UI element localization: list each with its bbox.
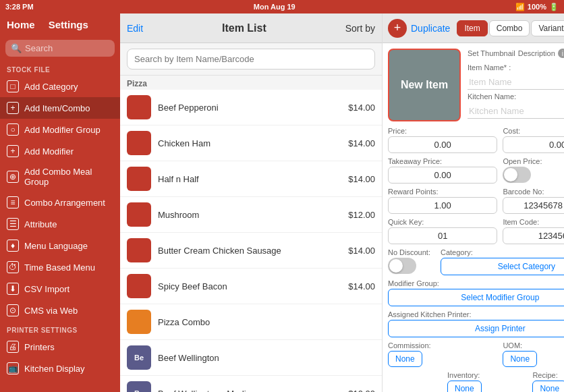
new-item-thumbnail[interactable]: New Item [388, 49, 461, 121]
edit-button[interactable]: Edit [127, 23, 143, 34]
sidebar-label-cms: CMS via Web [24, 306, 78, 316]
sidebar-item-combo-meal[interactable]: ⊕ Add Combo Meal Group [0, 162, 120, 192]
sidebar-item-kitchen-display[interactable]: 📺 Kitchen Display [0, 358, 120, 379]
recipe-button[interactable]: None [532, 381, 564, 392]
item-thumb [127, 274, 151, 298]
item-code-label: Item Code: [503, 218, 564, 226]
sidebar-item-menu-language[interactable]: ♦ Menu Language [0, 235, 120, 256]
item-list-title: Item List [143, 22, 345, 34]
commission-button[interactable]: None [388, 351, 422, 367]
barcode-row: ▤🔍 [503, 197, 564, 214]
inventory-button[interactable]: None [447, 381, 482, 392]
takeaway-label: Takeaway Price: [388, 157, 497, 165]
select-category-button[interactable]: Select Category [441, 258, 564, 275]
list-item[interactable]: Butter Cream Chicken Sausage $14.00 [120, 233, 382, 269]
takeaway-open-row: Takeaway Price: Open Price: [388, 157, 564, 184]
right-form: New Item Set Thumbnail Description i Ite… [383, 43, 564, 392]
tab-variant[interactable]: Variant [531, 20, 564, 36]
battery-level: 100% [528, 3, 546, 11]
sidebar-label-add-category: Add Category [24, 82, 78, 92]
kitchen-printer-label: Assigned Kitchen Printer: [388, 310, 564, 318]
add-modifier-icon: + [7, 145, 19, 157]
sidebar-item-attribute[interactable]: ☰ Attribute [0, 213, 120, 235]
add-modifier-group-icon: ○ [7, 123, 19, 136]
item-thumb: Be [127, 381, 151, 392]
quick-key-col: Quick Key: [388, 218, 497, 244]
reward-points-input[interactable] [388, 197, 497, 214]
uom-button[interactable]: None [503, 351, 537, 367]
sidebar-item-combo-arrangement[interactable]: ≡ Combo Arrangement [0, 192, 120, 213]
nav-settings[interactable]: Settings [49, 19, 88, 30]
sidebar-item-csv-import[interactable]: ⬇ CSV Import [0, 278, 120, 300]
sort-button[interactable]: Sort by [345, 23, 375, 34]
sidebar-header: Home Settings [0, 13, 120, 36]
status-right: 📶 100% 🔋 [515, 3, 559, 11]
price-input[interactable] [388, 136, 497, 153]
no-discount-toggle[interactable] [388, 258, 416, 274]
quick-key-input[interactable] [388, 227, 497, 244]
sidebar-item-printers[interactable]: 🖨 Printers [0, 336, 120, 358]
select-modifier-group-button[interactable]: Select Modifier Group [388, 289, 564, 306]
list-search-input[interactable] [127, 49, 375, 69]
inventory-label: Inventory: [447, 371, 527, 379]
cost-label: Cost: [503, 127, 564, 135]
tab-group: Item Combo Variant [457, 20, 564, 36]
sidebar-item-add-category[interactable]: □ Add Category [0, 76, 120, 97]
barcode-input[interactable] [503, 197, 564, 214]
discount-category-row: No Discount: Category: Select Category [388, 248, 564, 275]
tab-combo[interactable]: Combo [489, 20, 530, 36]
attribute-icon: ☰ [7, 218, 19, 230]
search-icon: 🔍 [11, 43, 22, 53]
takeaway-price-input[interactable] [388, 167, 497, 184]
list-item[interactable]: Half n Half $14.00 [120, 161, 382, 197]
list-item[interactable]: Beef Pepperoni $14.00 [120, 90, 382, 125]
recipe-col: Recipe: None [532, 371, 564, 392]
combo-arrangement-icon: ≡ [7, 196, 19, 208]
item-name-label: Item Name* : [468, 63, 564, 72]
list-item[interactable]: Be Beef Wellington - Medium $10.00 [120, 376, 382, 392]
inventory-col: Inventory: None [447, 371, 527, 392]
nav-home[interactable]: Home [7, 19, 35, 30]
info-icon[interactable]: i [558, 49, 564, 58]
item-name: Pizza Combo [158, 317, 368, 327]
sidebar-item-add-item-combo[interactable]: + Add Item/Combo [0, 97, 120, 119]
set-thumbnail-label: Set Thumbnail [468, 49, 515, 57]
battery-icon: 🔋 [549, 3, 559, 11]
reward-barcode-row: Reward Points: Barcode No: ▤🔍 [388, 188, 564, 214]
sidebar-item-cms-web[interactable]: ⊙ CMS via Web [0, 300, 120, 321]
cms-icon: ⊙ [7, 304, 19, 316]
sidebar-item-time-based-menu[interactable]: ⏱ Time Based Menu [0, 256, 120, 278]
category-label-field: Category: [441, 248, 564, 256]
combo-meal-icon: ⊕ [7, 171, 19, 183]
item-thumb [127, 310, 151, 334]
list-item[interactable]: Pizza Combo [120, 304, 382, 340]
assign-printer-button[interactable]: Assign Printer [388, 320, 564, 337]
sidebar-search-input[interactable] [25, 43, 109, 53]
list-item[interactable]: Chicken Ham $14.00 [120, 125, 382, 161]
list-item[interactable]: Mushroom $12.00 [120, 197, 382, 233]
item-code-col: Item Code: [503, 218, 564, 244]
modifier-group-label: Modifier Group: [388, 279, 564, 287]
wifi-icon: 📶 [515, 3, 525, 11]
takeaway-col: Takeaway Price: [388, 157, 497, 184]
sidebar-item-add-modifier[interactable]: + Add Modifier [0, 140, 120, 162]
printer-settings-label: PRINTER SETTINGS [0, 321, 120, 336]
sidebar-label-combo-meal: Add Combo Meal Group [24, 167, 113, 187]
add-new-button[interactable]: + [388, 19, 407, 38]
sidebar-item-add-modifier-group[interactable]: ○ Add Modifier Group [0, 119, 120, 140]
duplicate-button[interactable]: Duplicate [411, 23, 450, 34]
cost-input[interactable] [503, 136, 564, 153]
list-item[interactable]: Spicy Beef Bacon $14.00 [120, 269, 382, 304]
sidebar-label-add-item: Add Item/Combo [24, 103, 90, 113]
kitchen-printer-row: Assigned Kitchen Printer: Assign Printer [388, 310, 564, 337]
item-price: $14.00 [348, 138, 375, 148]
kitchen-display-icon: 📺 [7, 362, 19, 374]
list-item[interactable]: Be Beef Wellington [120, 340, 382, 376]
open-price-toggle[interactable] [503, 167, 531, 183]
item-code-input[interactable] [503, 227, 564, 244]
kitchen-name-input[interactable] [468, 104, 564, 119]
sidebar-label-attribute: Attribute [24, 219, 57, 229]
tab-item[interactable]: Item [457, 20, 487, 36]
item-name-input[interactable] [468, 75, 564, 90]
quickkey-itemcode-row: Quick Key: Item Code: [388, 218, 564, 244]
